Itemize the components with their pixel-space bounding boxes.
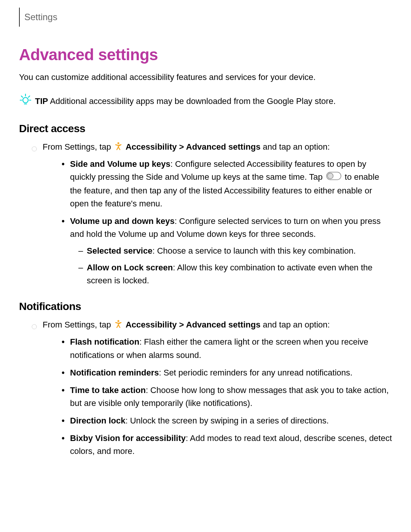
accessibility-icon — [114, 141, 123, 154]
path-sep: > — [177, 142, 186, 152]
bullet-bold: Notification reminders — [70, 368, 159, 377]
subheading-direct-access: Direct access — [19, 123, 392, 135]
bullet-bold: Volume up and down keys — [70, 216, 175, 226]
section-header: Settings — [19, 8, 392, 27]
instruction-suffix: and tap an option: — [260, 142, 330, 152]
instruction-text: From Settings, tap — [43, 142, 113, 152]
subheading-notifications: Notifications — [19, 300, 392, 313]
accessibility-icon — [114, 319, 123, 332]
path-accessibility: Accessibility — [126, 142, 177, 152]
svg-point-11 — [32, 324, 37, 329]
bullet-time-action: Time to take action: Choose how long to … — [62, 384, 392, 410]
bullet-bold: Direction lock — [70, 416, 125, 425]
svg-point-8 — [117, 142, 119, 144]
instruction-suffix: and tap an option: — [260, 320, 330, 329]
bullet-bixby: Bixby Vision for accessibility: Add mode… — [62, 432, 392, 458]
lightbulb-icon — [19, 93, 32, 109]
svg-line-2 — [21, 96, 23, 97]
bullet-reminders: Notification reminders: Set periodic rem… — [62, 366, 392, 379]
dash-bold: Selected service — [87, 246, 152, 256]
ring-bullet-icon — [31, 143, 37, 156]
instruction-text: From Settings, tap — [43, 320, 113, 329]
svg-point-7 — [32, 147, 37, 151]
dash-text: : Choose a service to launch with this k… — [152, 246, 355, 256]
svg-line-3 — [29, 96, 30, 97]
bullet-bold: Side and Volume up keys — [70, 159, 170, 169]
path-accessibility: Accessibility — [126, 320, 177, 329]
intro-paragraph: You can customize additional accessibili… — [19, 71, 392, 83]
bullet-side-volume: Side and Volume up keys: Configure selec… — [62, 158, 392, 210]
bullet-bold: Flash notification — [70, 337, 139, 347]
dash-selected-service: Selected service: Choose a service to la… — [78, 244, 392, 257]
instruction-row: From Settings, tap Accessibility > Advan… — [31, 318, 392, 458]
bullet-text: : Set periodic reminders for any unread … — [159, 368, 352, 377]
bullet-volume-updown: Volume up and down keys: Configure selec… — [62, 215, 392, 287]
dash-bold: Allow on Lock screen — [87, 263, 173, 272]
tip-text: Additional accessibility apps may be dow… — [50, 96, 336, 106]
bullet-bold: Bixby Vision for accessibility — [70, 433, 186, 443]
bullet-flash: Flash notification: Flash either the cam… — [62, 335, 392, 361]
bullet-direction-lock: Direction lock: Unlock the screen by swi… — [62, 414, 392, 427]
bullet-bold: Time to take action — [70, 385, 146, 395]
ring-bullet-icon — [31, 321, 37, 334]
page-title: Advanced settings — [19, 46, 392, 64]
toggle-off-icon — [326, 171, 341, 184]
bullet-text: : Unlock the screen by swiping in a seri… — [125, 416, 328, 425]
svg-point-0 — [23, 97, 28, 103]
svg-point-10 — [327, 173, 333, 179]
instruction-row: From Settings, tap Accessibility > Advan… — [31, 141, 392, 287]
tip-callout: TIP Additional accessibility apps may be… — [19, 93, 392, 109]
svg-point-12 — [117, 320, 119, 322]
dash-allow-lock: Allow on Lock screen: Allow this key com… — [78, 261, 392, 287]
path-advanced: Advanced settings — [186, 320, 261, 329]
path-sep: > — [177, 320, 186, 329]
tip-label: TIP — [35, 96, 48, 106]
path-advanced: Advanced settings — [186, 142, 261, 152]
